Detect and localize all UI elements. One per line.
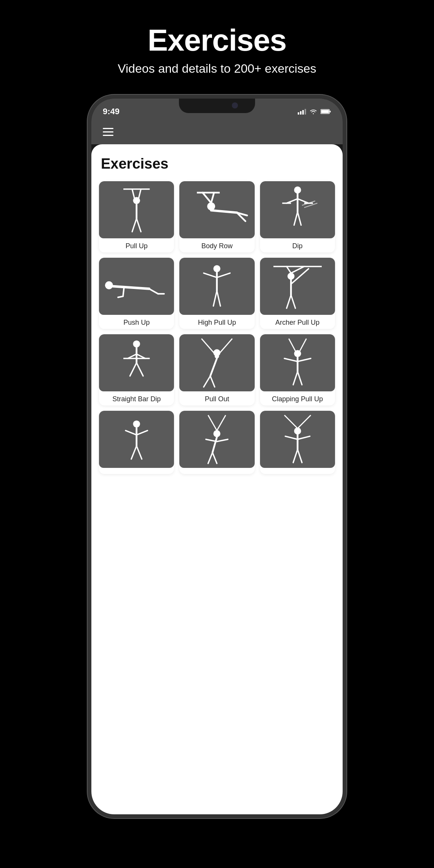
svg-rect-8 bbox=[103, 131, 113, 132]
pull-out-figure bbox=[179, 334, 254, 391]
svg-point-13 bbox=[133, 197, 140, 204]
svg-line-80 bbox=[137, 431, 148, 435]
exercise-card-pull-up[interactable]: Pull Up bbox=[99, 181, 174, 252]
exercise-card-body-row[interactable]: Body Row bbox=[179, 181, 254, 252]
exercise-card-dip[interactable]: Dip bbox=[260, 181, 335, 252]
svg-point-20 bbox=[207, 203, 215, 211]
svg-line-96 bbox=[297, 436, 310, 439]
exercise-card-pull-out[interactable]: Pull Out bbox=[179, 334, 254, 405]
svg-line-76 bbox=[297, 372, 302, 385]
svg-rect-5 bbox=[321, 110, 329, 113]
signal-icon bbox=[298, 108, 306, 115]
svg-line-70 bbox=[300, 339, 306, 351]
page-header: Exercises Videos and details to 200+ exe… bbox=[118, 0, 316, 87]
svg-point-77 bbox=[133, 420, 140, 427]
svg-line-52 bbox=[286, 295, 291, 308]
svg-line-16 bbox=[137, 219, 141, 232]
clapping-pull-up-figure bbox=[260, 334, 335, 391]
wifi-icon bbox=[309, 108, 318, 115]
svg-line-47 bbox=[291, 266, 304, 273]
app-navbar bbox=[91, 121, 343, 144]
svg-line-30 bbox=[294, 212, 297, 225]
notch bbox=[179, 99, 255, 113]
exercise-card-archer-pull-up[interactable]: Archer Pull Up bbox=[260, 258, 335, 329]
exercise-label-ex11 bbox=[179, 468, 254, 474]
exercise-label-high-pull-up: High Pull Up bbox=[179, 315, 254, 329]
ex12-figure bbox=[260, 411, 335, 468]
exercise-card-ex12[interactable] bbox=[260, 411, 335, 474]
exercise-image-push-up bbox=[99, 258, 174, 315]
exercise-image-pull-up bbox=[99, 181, 174, 238]
exercise-label-archer-pull-up: Archer Pull Up bbox=[260, 315, 335, 329]
svg-line-59 bbox=[130, 363, 136, 376]
archer-pull-up-figure bbox=[260, 258, 335, 315]
volume-up-button bbox=[88, 198, 91, 228]
svg-line-89 bbox=[208, 453, 213, 464]
exercise-image-body-row bbox=[179, 181, 254, 238]
exercise-label-ex10 bbox=[99, 468, 174, 474]
exercise-image-clapping-pull-up bbox=[260, 334, 335, 391]
exercise-image-ex11 bbox=[179, 411, 254, 468]
ex10-figure bbox=[99, 411, 174, 468]
svg-line-73 bbox=[284, 358, 298, 361]
svg-line-18 bbox=[203, 193, 211, 203]
exercise-card-push-up[interactable]: Push Up bbox=[99, 258, 174, 329]
exercise-card-high-pull-up[interactable]: High Pull Up bbox=[179, 258, 254, 329]
svg-line-37 bbox=[118, 296, 123, 297]
hamburger-icon[interactable] bbox=[103, 128, 113, 138]
exercise-card-ex11[interactable] bbox=[179, 411, 254, 474]
svg-line-44 bbox=[214, 291, 217, 306]
exercise-grid: Pull Up bbox=[99, 181, 335, 474]
svg-line-81 bbox=[131, 446, 137, 459]
exercise-image-ex10 bbox=[99, 411, 174, 468]
svg-line-92 bbox=[297, 415, 311, 429]
svg-line-53 bbox=[291, 295, 295, 308]
exercise-image-ex12 bbox=[260, 411, 335, 468]
page-main-title: Exercises bbox=[118, 23, 316, 58]
dip-figure bbox=[260, 181, 335, 238]
exercise-label-dip: Dip bbox=[260, 238, 335, 252]
svg-point-49 bbox=[287, 273, 294, 279]
svg-line-84 bbox=[217, 415, 226, 431]
svg-point-85 bbox=[214, 430, 220, 437]
svg-line-42 bbox=[204, 273, 217, 278]
exercise-label-clapping-pull-up: Clapping Pull Up bbox=[260, 391, 335, 405]
svg-rect-7 bbox=[103, 128, 113, 129]
svg-line-28 bbox=[286, 199, 297, 203]
svg-line-36 bbox=[123, 287, 124, 297]
svg-line-79 bbox=[126, 431, 137, 435]
svg-rect-6 bbox=[330, 111, 331, 113]
exercise-image-archer-pull-up bbox=[260, 258, 335, 315]
svg-line-98 bbox=[297, 450, 302, 463]
svg-point-71 bbox=[294, 350, 301, 357]
exercise-card-clapping-pull-up[interactable]: Clapping Pull Up bbox=[260, 334, 335, 405]
svg-rect-2 bbox=[302, 110, 304, 115]
svg-line-45 bbox=[217, 291, 220, 306]
svg-point-40 bbox=[214, 265, 220, 272]
status-time: 9:49 bbox=[103, 107, 120, 116]
exercise-card-ex10[interactable] bbox=[99, 411, 174, 474]
svg-line-19 bbox=[211, 193, 214, 203]
svg-line-15 bbox=[132, 219, 137, 232]
svg-line-67 bbox=[204, 376, 210, 387]
exercise-card-straight-bar-dip[interactable]: Straight Bar Dip bbox=[99, 334, 174, 405]
menu-icon bbox=[103, 128, 113, 136]
phone-frame: 9:49 bbox=[88, 95, 346, 818]
svg-line-83 bbox=[208, 415, 217, 431]
svg-point-55 bbox=[133, 340, 140, 347]
exercise-label-ex12 bbox=[260, 468, 335, 474]
exercises-section-title: Exercises bbox=[99, 156, 335, 172]
battery-icon bbox=[321, 108, 331, 115]
svg-line-35 bbox=[113, 286, 149, 289]
svg-line-75 bbox=[293, 372, 298, 385]
svg-line-97 bbox=[293, 450, 298, 463]
svg-line-68 bbox=[211, 376, 215, 387]
svg-line-31 bbox=[297, 212, 301, 225]
svg-line-48 bbox=[286, 266, 291, 273]
svg-rect-0 bbox=[298, 112, 299, 115]
svg-point-34 bbox=[105, 281, 113, 289]
exercise-label-pull-up: Pull Up bbox=[99, 238, 174, 252]
exercise-label-push-up: Push Up bbox=[99, 315, 174, 329]
exercise-image-high-pull-up bbox=[179, 258, 254, 315]
svg-line-11 bbox=[132, 189, 134, 198]
